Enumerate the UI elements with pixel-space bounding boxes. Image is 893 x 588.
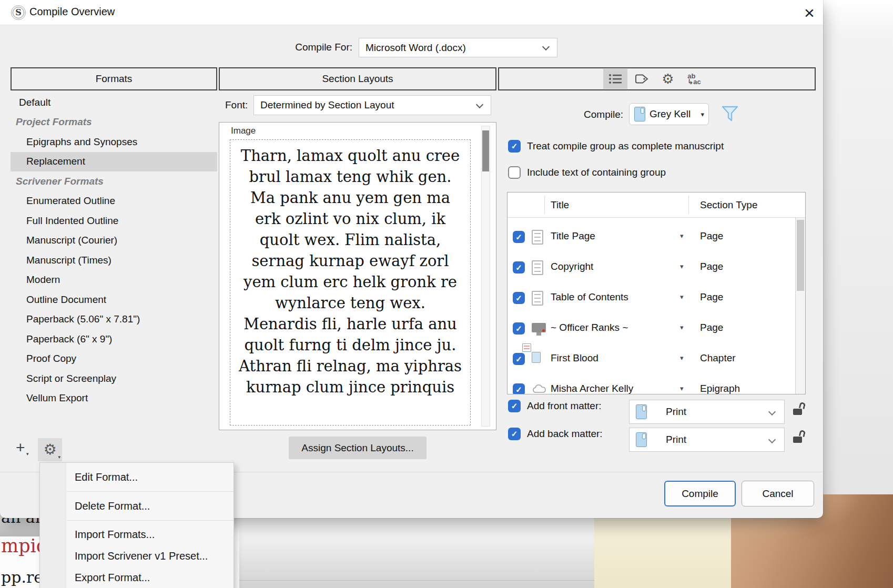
tag-icon — [634, 74, 649, 84]
format-item-vellum-export[interactable]: Vellum Export — [11, 389, 217, 409]
section-type-value[interactable]: Chapter — [700, 352, 736, 364]
compile-group-select[interactable]: Grey Kell ▾ — [629, 103, 709, 125]
table-body: ✓ Title Page ▾ Page ✓ Copyright ▾ Page ✓ — [508, 218, 795, 394]
row-checkbox-checked[interactable]: ✓ — [513, 383, 525, 394]
row-checkbox-checked[interactable]: ✓ — [513, 261, 525, 273]
format-item-proof-copy[interactable]: Proof Copy — [11, 349, 217, 369]
row-checkbox-checked[interactable]: ✓ — [513, 231, 525, 243]
back-matter-select[interactable]: Print — [629, 428, 785, 452]
scrivener-logo-icon: S — [11, 5, 26, 20]
compile-for-value: Microsoft Word (.docx) — [366, 42, 466, 54]
font-value: Determined by Section Layout — [260, 99, 394, 111]
chevron-down-icon — [768, 408, 776, 415]
back-matter-value: Print — [666, 434, 686, 445]
preview-scrollbar[interactable] — [481, 126, 490, 427]
table-row-officer-ranks[interactable]: ✓ ~ Officer Ranks ~ ▾ Page — [508, 313, 795, 344]
close-icon[interactable]: × — [798, 2, 820, 23]
compile-button[interactable]: Compile — [664, 481, 736, 506]
font-select[interactable]: Determined by Section Layout — [253, 95, 491, 115]
section-type-dropdown-icon[interactable]: ▾ — [680, 323, 684, 331]
menu-item-delete-format[interactable]: Delete Format... — [40, 492, 234, 520]
option-treat-compile-group: ✓ Treat compile group as complete manusc… — [508, 140, 724, 153]
settings-tab[interactable]: ⚙ — [656, 69, 680, 89]
section-type-value[interactable]: Epigraph — [700, 383, 740, 394]
unlocked-padlock-icon[interactable] — [793, 430, 805, 443]
notebook-icon — [634, 107, 645, 121]
format-item-default[interactable]: Default — [11, 93, 217, 113]
compile-overview-dialog: S Compile Overview × Compile For: Micros… — [0, 0, 823, 518]
table-header: Title Section Type — [508, 192, 805, 218]
section-type-dropdown-icon[interactable]: ▾ — [680, 232, 684, 240]
notebook-icon — [636, 432, 647, 447]
menu-item-edit-format[interactable]: Edit Format... — [40, 463, 234, 491]
front-matter-select[interactable]: Print — [629, 400, 785, 424]
preview-scrollbar-thumb[interactable] — [482, 130, 489, 171]
checkbox-unchecked[interactable] — [508, 166, 521, 179]
column-header-section-type: Section Type — [700, 199, 758, 211]
menu-item-export-format[interactable]: Export Format... — [40, 567, 234, 588]
row-checkbox-checked[interactable]: ✓ — [513, 322, 525, 334]
section-type-value[interactable]: Page — [700, 230, 723, 242]
section-type-value[interactable]: Page — [700, 322, 723, 333]
window-title: Compile Overview — [29, 6, 115, 18]
compile-for-label: Compile For: — [239, 42, 352, 53]
format-item-outline-document[interactable]: Outline Document — [11, 290, 217, 310]
section-layouts-panel-header: Section Layouts — [219, 67, 496, 90]
dropdown-triangle-icon: ▾ — [701, 110, 704, 118]
menu-item-import-formats[interactable]: Import Formats... — [40, 521, 234, 545]
format-item-manuscript-courier[interactable]: Manuscript (Courier) — [11, 231, 217, 251]
add-format-button[interactable]: + ▾ — [14, 441, 33, 462]
format-item-manuscript-times[interactable]: Manuscript (Times) — [11, 250, 217, 270]
table-scrollbar[interactable] — [795, 218, 805, 394]
table-row-table-of-contents[interactable]: ✓ Table of Contents ▾ Page — [508, 283, 795, 313]
row-checkbox-checked[interactable]: ✓ — [513, 353, 525, 365]
section-type-dropdown-icon[interactable]: ▾ — [680, 354, 684, 362]
checkbox-checked[interactable]: ✓ — [508, 140, 521, 153]
section-type-value[interactable]: Page — [700, 291, 723, 303]
chevron-down-icon — [542, 43, 550, 50]
format-item-epigraphs-and-synopses[interactable]: Epigraphs and Synopses — [11, 132, 217, 152]
gear-icon: ⚙ — [662, 72, 674, 86]
format-item-replacement-selected[interactable]: Replacement — [11, 152, 217, 172]
unlocked-padlock-icon[interactable] — [793, 402, 805, 415]
format-item-paperback-6x9[interactable]: Paperback (6" x 9") — [11, 329, 217, 349]
replacements-ab-ac-icon: ab ↳ac — [687, 73, 701, 85]
replacements-tab[interactable]: ab ↳ac — [682, 69, 706, 89]
format-item-modern[interactable]: Modern — [11, 270, 217, 290]
checkbox-checked[interactable]: ✓ — [508, 428, 521, 440]
gear-icon: ⚙ — [43, 442, 56, 457]
metadata-tab[interactable] — [630, 69, 654, 89]
section-type-dropdown-icon[interactable]: ▾ — [680, 384, 684, 392]
column-divider — [688, 196, 689, 214]
format-item-script-or-screenplay[interactable]: Script or Screenplay — [11, 369, 217, 389]
section-type-value[interactable]: Page — [700, 261, 723, 272]
section-type-dropdown-icon[interactable]: ▾ — [680, 293, 684, 301]
table-row-misha-archer-kelly[interactable]: ✓ Misha Archer Kelly ▾ Epigraph — [508, 374, 795, 394]
format-options-button[interactable]: ⚙ ▾ — [38, 438, 62, 461]
notebook-icon — [636, 404, 647, 419]
format-item-full-indented-outline[interactable]: Full Indented Outline — [11, 211, 217, 231]
formats-panel-header: Formats — [11, 67, 217, 90]
filter-button[interactable] — [721, 105, 739, 123]
table-scrollbar-thumb[interactable] — [797, 220, 804, 291]
screen: an ar mpic pp.re S Compile Overview × Co… — [0, 0, 893, 588]
funnel-icon — [721, 105, 739, 123]
menu-item-import-scrivener-v1-preset[interactable]: Import Scrivener v1 Preset... — [40, 545, 234, 567]
option-include-containing-text: Include text of containing group — [508, 166, 666, 179]
row-checkbox-checked[interactable]: ✓ — [513, 292, 525, 304]
section-type-dropdown-icon[interactable]: ▾ — [680, 262, 684, 270]
cancel-button[interactable]: Cancel — [742, 481, 814, 506]
compile-group-label: Compile: — [557, 109, 623, 120]
column-header-title: Title — [551, 199, 569, 211]
option-label: Treat compile group as complete manuscri… — [527, 140, 724, 152]
table-row-title-page[interactable]: ✓ Title Page ▾ Page — [508, 222, 795, 252]
table-row-copyright[interactable]: ✓ Copyright ▾ Page — [508, 252, 795, 283]
assign-section-layouts-button[interactable]: Assign Section Layouts... — [289, 437, 427, 459]
checkbox-checked[interactable]: ✓ — [508, 400, 521, 412]
format-item-enumerated-outline[interactable]: Enumerated Outline — [11, 191, 217, 211]
table-row-first-blood[interactable]: ✓ First Blood ▾ Chapter — [508, 344, 795, 374]
layout-name-label: Image — [231, 126, 256, 136]
format-item-paperback-506[interactable]: Paperback (5.06" x 7.81") — [11, 310, 217, 330]
contents-list-tab[interactable] — [603, 69, 627, 89]
compile-for-select[interactable]: Microsoft Word (.docx) — [359, 38, 557, 57]
